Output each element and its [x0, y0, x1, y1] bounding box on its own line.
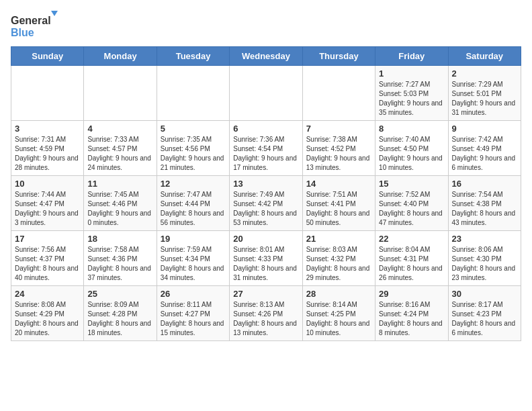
calendar-cell: 20Sunrise: 8:01 AM Sunset: 4:33 PM Dayli…: [230, 231, 302, 286]
calendar-table: SundayMondayTuesdayWednesdayThursdayFrid…: [11, 46, 521, 341]
calendar-cell: [230, 66, 302, 121]
header-monday: Monday: [84, 47, 157, 66]
header-friday: Friday: [375, 47, 448, 66]
svg-text:Blue: Blue: [11, 27, 34, 38]
day-number: 25: [87, 289, 152, 299]
calendar-cell: 10Sunrise: 7:44 AM Sunset: 4:47 PM Dayli…: [11, 176, 84, 231]
day-info: Sunrise: 7:59 AM Sunset: 4:34 PM Dayligh…: [161, 245, 226, 283]
day-info: Sunrise: 7:44 AM Sunset: 4:47 PM Dayligh…: [15, 190, 80, 228]
header-tuesday: Tuesday: [157, 47, 229, 66]
calendar-cell: 15Sunrise: 7:52 AM Sunset: 4:40 PM Dayli…: [375, 176, 448, 231]
day-info: Sunrise: 7:49 AM Sunset: 4:42 PM Dayligh…: [233, 190, 298, 228]
day-number: 8: [379, 124, 444, 134]
calendar-cell: 25Sunrise: 8:09 AM Sunset: 4:28 PM Dayli…: [84, 286, 157, 341]
day-info: Sunrise: 7:54 AM Sunset: 4:38 PM Dayligh…: [452, 190, 517, 228]
logo: GeneralBlue: [11, 11, 58, 41]
day-number: 15: [379, 179, 444, 189]
day-info: Sunrise: 7:27 AM Sunset: 5:03 PM Dayligh…: [379, 80, 444, 118]
day-info: Sunrise: 7:36 AM Sunset: 4:54 PM Dayligh…: [233, 135, 298, 173]
calendar-week-1: 1Sunrise: 7:27 AM Sunset: 5:03 PM Daylig…: [11, 66, 521, 121]
calendar-cell: 14Sunrise: 7:51 AM Sunset: 4:41 PM Dayli…: [302, 176, 375, 231]
day-info: Sunrise: 7:52 AM Sunset: 4:40 PM Dayligh…: [379, 190, 444, 228]
svg-text:General: General: [11, 15, 51, 26]
day-number: 4: [87, 124, 152, 134]
calendar-cell: 17Sunrise: 7:56 AM Sunset: 4:37 PM Dayli…: [11, 231, 84, 286]
calendar-week-3: 10Sunrise: 7:44 AM Sunset: 4:47 PM Dayli…: [11, 176, 521, 231]
day-info: Sunrise: 7:58 AM Sunset: 4:36 PM Dayligh…: [87, 245, 152, 283]
calendar-cell: 29Sunrise: 8:16 AM Sunset: 4:24 PM Dayli…: [375, 286, 448, 341]
calendar-cell: 21Sunrise: 8:03 AM Sunset: 4:32 PM Dayli…: [302, 231, 375, 286]
day-number: 17: [15, 234, 80, 244]
day-info: Sunrise: 7:42 AM Sunset: 4:49 PM Dayligh…: [452, 135, 517, 173]
calendar-cell: 8Sunrise: 7:40 AM Sunset: 4:50 PM Daylig…: [375, 121, 448, 176]
header-thursday: Thursday: [302, 47, 375, 66]
calendar-cell: 22Sunrise: 8:04 AM Sunset: 4:31 PM Dayli…: [375, 231, 448, 286]
day-number: 1: [379, 68, 444, 79]
calendar-cell: [11, 66, 84, 121]
calendar-cell: 27Sunrise: 8:13 AM Sunset: 4:26 PM Dayli…: [230, 286, 302, 341]
calendar-cell: 30Sunrise: 8:17 AM Sunset: 4:23 PM Dayli…: [448, 286, 521, 341]
day-info: Sunrise: 7:29 AM Sunset: 5:01 PM Dayligh…: [452, 80, 517, 118]
day-number: 21: [306, 234, 371, 244]
day-number: 22: [379, 234, 444, 244]
day-info: Sunrise: 7:38 AM Sunset: 4:52 PM Dayligh…: [306, 135, 371, 173]
day-number: 16: [452, 179, 517, 189]
day-number: 23: [452, 234, 517, 244]
day-number: 12: [161, 179, 226, 189]
day-number: 9: [452, 124, 517, 134]
day-info: Sunrise: 8:14 AM Sunset: 4:25 PM Dayligh…: [306, 300, 371, 338]
day-number: 5: [161, 124, 226, 134]
svg-marker-1: [51, 11, 58, 16]
day-info: Sunrise: 8:16 AM Sunset: 4:24 PM Dayligh…: [379, 300, 444, 338]
day-number: 6: [233, 124, 298, 134]
calendar-cell: 3Sunrise: 7:31 AM Sunset: 4:59 PM Daylig…: [11, 121, 84, 176]
day-info: Sunrise: 8:08 AM Sunset: 4:29 PM Dayligh…: [15, 300, 80, 338]
calendar-cell: 9Sunrise: 7:42 AM Sunset: 4:49 PM Daylig…: [448, 121, 521, 176]
calendar-cell: 11Sunrise: 7:45 AM Sunset: 4:46 PM Dayli…: [84, 176, 157, 231]
calendar-cell: 7Sunrise: 7:38 AM Sunset: 4:52 PM Daylig…: [302, 121, 375, 176]
day-number: 11: [87, 179, 152, 189]
day-number: 20: [233, 234, 298, 244]
day-number: 27: [233, 289, 298, 299]
day-info: Sunrise: 7:51 AM Sunset: 4:41 PM Dayligh…: [306, 190, 371, 228]
calendar-week-5: 24Sunrise: 8:08 AM Sunset: 4:29 PM Dayli…: [11, 286, 521, 341]
day-number: 13: [233, 179, 298, 189]
calendar-cell: 23Sunrise: 8:06 AM Sunset: 4:30 PM Dayli…: [448, 231, 521, 286]
day-number: 24: [15, 289, 80, 299]
calendar-cell: 16Sunrise: 7:54 AM Sunset: 4:38 PM Dayli…: [448, 176, 521, 231]
calendar-cell: 18Sunrise: 7:58 AM Sunset: 4:36 PM Dayli…: [84, 231, 157, 286]
header-saturday: Saturday: [448, 47, 521, 66]
day-number: 30: [452, 289, 517, 299]
day-info: Sunrise: 7:45 AM Sunset: 4:46 PM Dayligh…: [87, 190, 152, 228]
calendar-cell: 28Sunrise: 8:14 AM Sunset: 4:25 PM Dayli…: [302, 286, 375, 341]
calendar-week-4: 17Sunrise: 7:56 AM Sunset: 4:37 PM Dayli…: [11, 231, 521, 286]
day-info: Sunrise: 7:35 AM Sunset: 4:56 PM Dayligh…: [161, 135, 226, 173]
day-number: 2: [452, 68, 517, 79]
header: GeneralBlue: [11, 11, 521, 41]
day-number: 19: [161, 234, 226, 244]
day-info: Sunrise: 8:03 AM Sunset: 4:32 PM Dayligh…: [306, 245, 371, 283]
calendar-cell: 24Sunrise: 8:08 AM Sunset: 4:29 PM Dayli…: [11, 286, 84, 341]
header-sunday: Sunday: [11, 47, 84, 66]
logo-svg: GeneralBlue: [11, 11, 58, 41]
calendar-cell: 12Sunrise: 7:47 AM Sunset: 4:44 PM Dayli…: [157, 176, 229, 231]
calendar-cell: 19Sunrise: 7:59 AM Sunset: 4:34 PM Dayli…: [157, 231, 229, 286]
day-number: 14: [306, 179, 371, 189]
calendar-cell: 26Sunrise: 8:11 AM Sunset: 4:27 PM Dayli…: [157, 286, 229, 341]
day-info: Sunrise: 7:56 AM Sunset: 4:37 PM Dayligh…: [15, 245, 80, 283]
calendar-cell: [157, 66, 229, 121]
day-number: 29: [379, 289, 444, 299]
day-info: Sunrise: 8:06 AM Sunset: 4:30 PM Dayligh…: [452, 245, 517, 283]
calendar-cell: [302, 66, 375, 121]
calendar-cell: 1Sunrise: 7:27 AM Sunset: 5:03 PM Daylig…: [375, 66, 448, 121]
calendar-cell: 5Sunrise: 7:35 AM Sunset: 4:56 PM Daylig…: [157, 121, 229, 176]
day-info: Sunrise: 8:13 AM Sunset: 4:26 PM Dayligh…: [233, 300, 298, 338]
day-number: 18: [87, 234, 152, 244]
day-info: Sunrise: 7:40 AM Sunset: 4:50 PM Dayligh…: [379, 135, 444, 173]
day-number: 7: [306, 124, 371, 134]
calendar-cell: 4Sunrise: 7:33 AM Sunset: 4:57 PM Daylig…: [84, 121, 157, 176]
day-info: Sunrise: 8:09 AM Sunset: 4:28 PM Dayligh…: [87, 300, 152, 338]
day-info: Sunrise: 7:47 AM Sunset: 4:44 PM Dayligh…: [161, 190, 226, 228]
calendar-cell: [84, 66, 157, 121]
day-number: 10: [15, 179, 80, 189]
